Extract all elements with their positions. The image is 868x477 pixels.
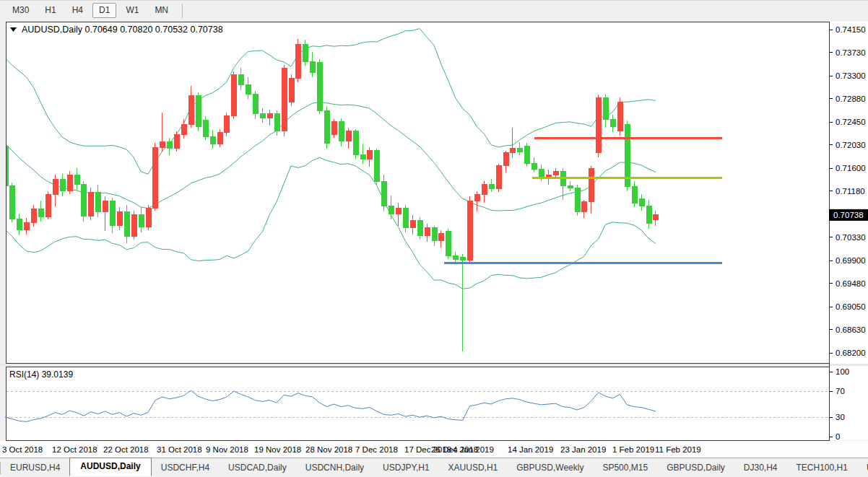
- candle-body: [274, 114, 279, 131]
- current-price-tag-label: 0.70738: [833, 211, 864, 219]
- date-axis-label: 11 Feb 2019: [655, 445, 701, 454]
- toolbar-separator: [182, 4, 183, 18]
- candle-body: [89, 192, 94, 216]
- candle-body: [568, 185, 573, 188]
- timeframe-button-w1[interactable]: W1: [119, 3, 145, 18]
- candle-body: [217, 132, 222, 144]
- candle-body: [654, 215, 659, 220]
- chart-tab-sp500[interactable]: SP500,M15: [593, 460, 657, 476]
- candle-body: [503, 153, 508, 166]
- candle-body: [67, 175, 72, 191]
- candle-body: [296, 44, 301, 78]
- timeframe-button-m30[interactable]: M30: [6, 3, 35, 18]
- candle-body: [410, 220, 415, 228]
- candle-body: [82, 185, 87, 216]
- chart-tab-usdcad[interactable]: USDCAD,Daily: [219, 460, 296, 476]
- candle-body: [461, 257, 466, 260]
- candle-body: [146, 209, 151, 227]
- candle-body: [282, 68, 287, 131]
- timeframe-button-h1[interactable]: H1: [38, 3, 62, 18]
- candle-body: [232, 74, 237, 115]
- price-chart-svg[interactable]: 0.741500.737300.733000.728800.724500.720…: [0, 20, 868, 458]
- candle-body: [267, 114, 272, 118]
- candle-body: [175, 134, 180, 149]
- chart-tab-usdchf[interactable]: USDCHF,H4: [152, 460, 219, 476]
- date-axis-label: 9 Nov 2018: [206, 445, 248, 454]
- candle-body: [153, 147, 158, 208]
- chart-tab-eurusd[interactable]: EURUSD,H4: [1, 460, 69, 476]
- date-axis-label: 28 Nov 2018: [305, 445, 352, 454]
- price-tick-label: 0.73730: [836, 48, 866, 57]
- candle-body: [425, 228, 430, 236]
- candle-body: [439, 233, 444, 241]
- chart-tab-ul[interactable]: Ul: [857, 460, 868, 476]
- candle-body: [311, 61, 316, 72]
- candle-body: [117, 211, 122, 226]
- candle-body: [45, 194, 51, 217]
- candle-body: [532, 164, 537, 170]
- candle-body: [596, 97, 602, 153]
- price-tick-label: 0.69050: [836, 302, 866, 311]
- rsi-tick-label: 30: [836, 413, 845, 421]
- chart-tab-dj30[interactable]: DJ30,H4: [734, 460, 787, 476]
- price-tick-label: 0.73300: [836, 71, 866, 80]
- price-tick-label: 0.71600: [836, 164, 866, 172]
- candle-body: [546, 175, 551, 177]
- date-axis-label: 4 Jan 2019: [453, 445, 494, 454]
- candle-body: [32, 209, 37, 222]
- price-tick-label: 0.71180: [836, 187, 865, 196]
- trading-platform-window: M30H1H4D1W1MN 0.741500.737300.733000.728…: [0, 0, 868, 477]
- candle-body: [53, 179, 58, 194]
- candle-body: [396, 209, 402, 214]
- candle-body: [25, 222, 30, 230]
- candle-body: [417, 220, 422, 235]
- date-axis-label: 7 Dec 2018: [355, 445, 398, 454]
- candle-body: [139, 215, 144, 227]
- candle-body: [339, 121, 344, 141]
- candle-body: [239, 74, 244, 84]
- candle-body: [446, 231, 451, 256]
- rsi-indicator-label: RSI(14) 39.0139: [9, 369, 73, 380]
- candle-body: [196, 95, 201, 127]
- main-pane: [6, 22, 829, 363]
- candle-body: [382, 181, 387, 206]
- candle-body: [246, 84, 251, 95]
- candle-body: [210, 136, 215, 144]
- chart-tab-xauusd[interactable]: XAUUSD,H1: [439, 460, 508, 476]
- date-axis-label: 1 Feb 2019: [612, 445, 654, 454]
- timeframe-button-mn[interactable]: MN: [148, 3, 175, 18]
- rsi-pane: [6, 367, 829, 440]
- price-tick-label: 0.68200: [836, 349, 866, 357]
- candle-body: [203, 121, 208, 137]
- candle-body: [496, 166, 501, 189]
- chart-title: AUDUSD,Daily 0.70649 0.70820 0.70532 0.7…: [22, 25, 223, 35]
- candle-body: [168, 142, 173, 149]
- date-axis-label: 19 Nov 2018: [254, 445, 301, 454]
- chart-area: 0.741500.737300.733000.728800.724500.720…: [0, 20, 868, 458]
- price-tick-label: 0.72880: [836, 95, 866, 103]
- candle-body: [632, 187, 637, 204]
- candle-body: [353, 131, 358, 155]
- candle-body: [318, 62, 323, 110]
- chart-tab-audusd[interactable]: AUDUSD,Daily: [69, 458, 151, 476]
- timeframe-button-h4[interactable]: H4: [66, 3, 90, 18]
- chart-tab-gbpusd[interactable]: GBPUSD,Daily: [657, 460, 734, 476]
- candle-body: [260, 114, 265, 118]
- candle-body: [346, 131, 351, 141]
- chart-tab-tech100[interactable]: TECH100,H1: [787, 460, 857, 476]
- price-tick-label: 0.72450: [836, 118, 866, 126]
- candle-body: [124, 211, 129, 237]
- candle-body: [432, 228, 437, 241]
- chart-tab-gbpusd[interactable]: GBPUSD,Weekly: [507, 460, 593, 476]
- candle-body: [553, 172, 558, 175]
- candle-body: [617, 102, 622, 131]
- candle-body: [96, 192, 101, 211]
- chart-tab-usdcnh[interactable]: USDCNH,Daily: [296, 460, 373, 476]
- chart-tab-usdjpy[interactable]: USDJPY,H1: [373, 460, 438, 476]
- candle-body: [289, 78, 294, 102]
- price-axis-panel: [829, 22, 868, 440]
- pane-splitter[interactable]: [0, 364, 868, 366]
- date-axis-label: 23 Jan 2019: [560, 445, 606, 454]
- date-axis-label: 31 Oct 2018: [157, 445, 202, 454]
- timeframe-button-d1[interactable]: D1: [92, 3, 116, 18]
